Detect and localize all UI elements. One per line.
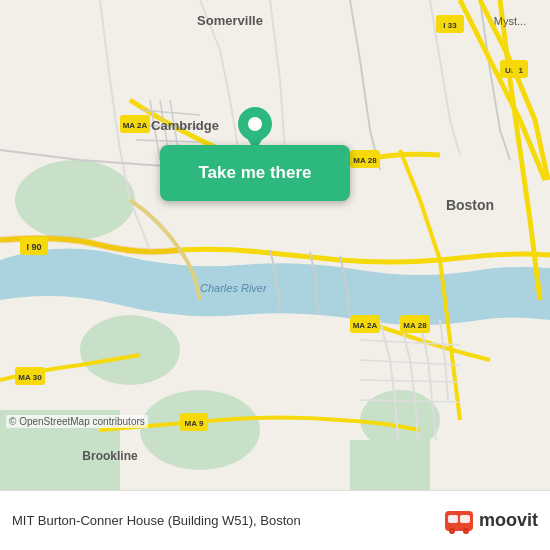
svg-text:Somerville: Somerville xyxy=(197,13,263,28)
map-attribution: © OpenStreetMap contributors xyxy=(6,415,148,428)
button-overlay: Take me there xyxy=(155,145,355,201)
svg-text:MA 9: MA 9 xyxy=(185,419,204,428)
svg-point-2 xyxy=(80,315,180,385)
svg-text:MA 28: MA 28 xyxy=(353,156,377,165)
svg-rect-6 xyxy=(350,440,430,490)
svg-text:MA 30: MA 30 xyxy=(18,373,42,382)
svg-text:Cambridge: Cambridge xyxy=(151,118,219,133)
svg-rect-36 xyxy=(460,515,470,523)
moovit-logo: moovit xyxy=(443,505,538,537)
svg-rect-35 xyxy=(448,515,458,523)
info-bar: MIT Burton-Conner House (Building W51), … xyxy=(0,490,550,550)
svg-point-32 xyxy=(248,117,262,131)
svg-text:MA 2A: MA 2A xyxy=(123,121,148,130)
svg-text:Brookline: Brookline xyxy=(82,449,138,463)
map-container: Charles River xyxy=(0,0,550,490)
svg-text:I 90: I 90 xyxy=(26,242,41,252)
svg-text:MA 28: MA 28 xyxy=(403,321,427,330)
svg-text:MA 2A: MA 2A xyxy=(353,321,378,330)
svg-point-39 xyxy=(450,529,453,532)
svg-text:Boston: Boston xyxy=(446,197,494,213)
moovit-logo-icon xyxy=(443,505,475,537)
svg-text:Charles River: Charles River xyxy=(200,282,268,294)
moovit-brand-name: moovit xyxy=(479,510,538,531)
location-label: MIT Burton-Conner House (Building W51), … xyxy=(12,513,443,528)
take-me-there-button[interactable]: Take me there xyxy=(160,145,350,201)
svg-text:I 33: I 33 xyxy=(443,21,457,30)
svg-point-40 xyxy=(464,529,467,532)
svg-text:Myst...: Myst... xyxy=(494,15,526,27)
svg-point-1 xyxy=(15,160,135,240)
